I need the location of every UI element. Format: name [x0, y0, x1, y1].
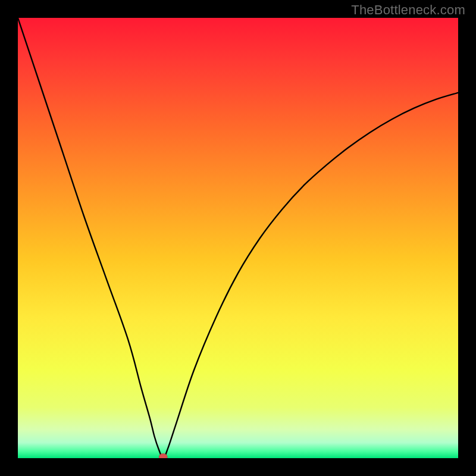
gradient-background — [18, 18, 458, 458]
chart-svg — [18, 18, 458, 458]
chart-frame: TheBottleneck.com — [0, 0, 476, 476]
optimum-marker — [159, 454, 167, 459]
watermark-text: TheBottleneck.com — [351, 2, 465, 18]
plot-area — [18, 18, 458, 458]
